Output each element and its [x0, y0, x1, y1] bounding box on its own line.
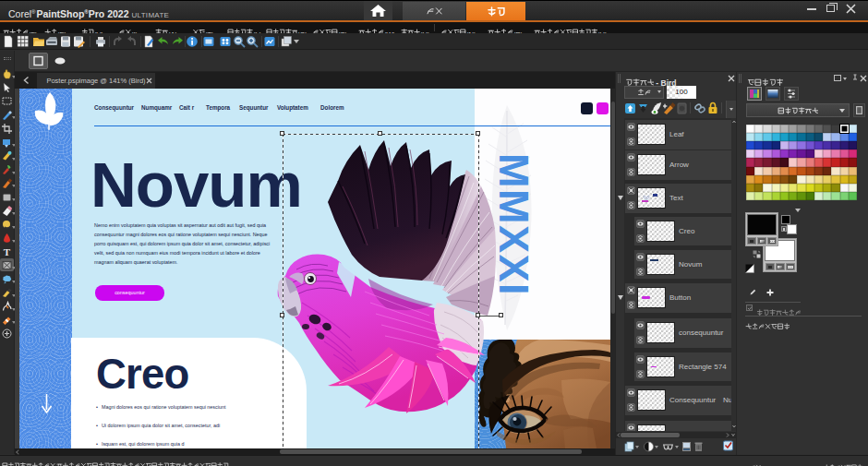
svg-text:T: T	[3, 246, 10, 257]
